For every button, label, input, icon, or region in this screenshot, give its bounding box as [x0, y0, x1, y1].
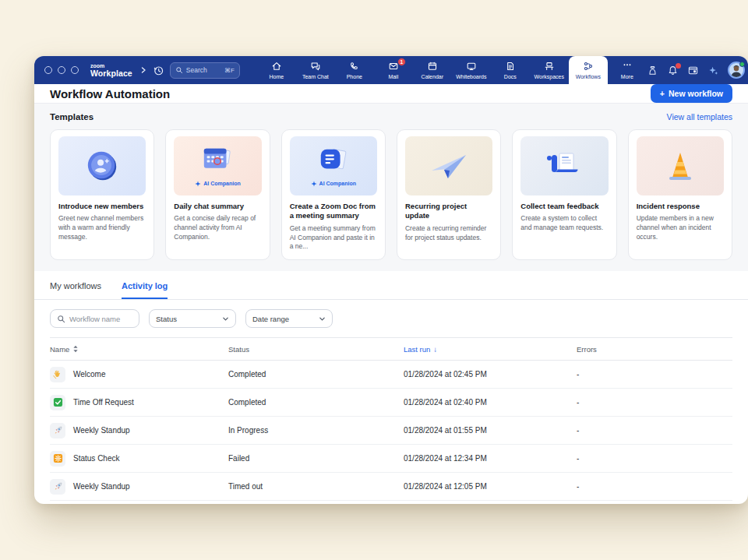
calendar-summary-icon	[197, 146, 238, 178]
burst-icon	[50, 451, 65, 467]
more-icon	[622, 61, 633, 72]
card-art	[637, 136, 724, 195]
template-cards: Introduce new members Greet new channel …	[50, 129, 732, 260]
page-header: Workflow Automation + New workflow	[34, 84, 748, 103]
page-title: Workflow Automation	[50, 87, 170, 100]
logo-workplace-text: Workplace	[90, 69, 132, 78]
contact-card-icon[interactable]	[687, 65, 699, 76]
sparkle-icon	[311, 181, 317, 187]
nav-item-calendar[interactable]: Calendar	[413, 56, 452, 84]
templates-section: Templates View all templates	[34, 103, 748, 271]
card-description: Create a recurring reminder for project …	[405, 224, 492, 243]
ai-companion-badge: AI Companion	[195, 181, 240, 187]
table-header: Name Status Last run ↓ Errors	[50, 337, 732, 361]
template-card-zoom-doc-from-summary[interactable]: AI Companion Create a Zoom Doc from a me…	[281, 129, 386, 260]
paper-plane-icon	[427, 149, 471, 183]
window-close-button[interactable]	[44, 66, 52, 74]
workflow-last-run: 01/28/2024 at 02:40 PM	[404, 398, 577, 407]
window-zoom-button[interactable]	[71, 66, 79, 74]
workflow-errors: -	[577, 426, 732, 435]
nav-item-team-chat[interactable]: Team Chat	[296, 56, 335, 84]
template-card-introduce-new-members[interactable]: Introduce new members Greet new channel …	[50, 129, 154, 260]
nav-item-mail[interactable]: 1 Mail	[374, 56, 413, 84]
tab-my-workflows[interactable]: My workflows	[50, 281, 101, 299]
card-art: AI Companion	[290, 136, 377, 195]
nav-item-more[interactable]: More	[608, 56, 647, 84]
workflow-name: Weekly Standup	[73, 482, 130, 491]
table-row[interactable]: Welcome Completed 01/28/2024 at 02:45 PM…	[50, 361, 732, 389]
titlebar: zoom Workplace Search ⌘F	[34, 56, 748, 84]
history-icon[interactable]	[153, 65, 164, 76]
card-title: Daily chat summary	[174, 202, 261, 211]
workflow-status: Completed	[228, 398, 404, 407]
workflow-errors: -	[577, 398, 732, 407]
card-art	[520, 136, 608, 195]
sparkle-icon	[195, 181, 201, 187]
table-row[interactable]: Weekly Standup In Progress 01/28/2024 at…	[50, 417, 732, 445]
card-description: Greet new channel members with a warm an…	[58, 214, 146, 242]
zoom-workplace-window: zoom Workplace Search ⌘F	[34, 56, 748, 504]
workflow-name-search-input[interactable]: Workflow name	[50, 309, 139, 328]
workflow-last-run: 01/28/2024 at 12:34 PM	[404, 454, 577, 463]
table-row-partial[interactable]	[50, 501, 732, 504]
team-chat-icon	[310, 61, 321, 72]
logo-zoom-text: zoom	[90, 63, 132, 69]
column-header-name[interactable]: Name	[50, 345, 228, 354]
nav-item-workflows[interactable]: Workflows	[569, 56, 608, 84]
card-title: Incident response	[637, 202, 724, 211]
zoom-workplace-logo: zoom Workplace	[90, 63, 132, 78]
table-row[interactable]: Time Off Request Completed 01/28/2024 at…	[50, 389, 732, 417]
workflow-errors: -	[577, 482, 732, 491]
wave-icon	[50, 367, 65, 382]
workspaces-icon	[544, 61, 555, 72]
template-card-daily-chat-summary[interactable]: AI Companion Daily chat summary Get a co…	[165, 129, 270, 260]
notifications-bell-icon[interactable]	[667, 65, 679, 76]
nav-item-whiteboards[interactable]: Whiteboards	[452, 56, 491, 84]
view-all-templates-link[interactable]: View all templates	[667, 112, 732, 122]
card-description: Get a concise daily recap of channel act…	[174, 214, 261, 242]
doc-summary-icon	[315, 146, 352, 178]
traffic-cone-icon	[662, 148, 699, 184]
card-description: Create a system to collect and manage te…	[520, 214, 608, 233]
user-avatar[interactable]	[728, 62, 745, 79]
new-workflow-button[interactable]: + New workflow	[651, 84, 732, 103]
template-card-recurring-project-update[interactable]: Recurring project update Create a recurr…	[397, 129, 501, 260]
member-badge-icon	[84, 148, 120, 184]
nav-item-home[interactable]: Home	[257, 56, 296, 84]
nav-item-workspaces[interactable]: Workspaces	[530, 56, 569, 84]
search-icon	[175, 66, 183, 74]
card-title: Collect team feedback	[520, 202, 608, 211]
workflow-status: In Progress	[228, 426, 404, 435]
home-icon	[271, 61, 282, 72]
workflow-name: Status Check	[73, 454, 119, 463]
workflow-last-run: 01/28/2024 at 02:45 PM	[404, 370, 577, 379]
check-icon	[50, 395, 65, 410]
workflow-name: Time Off Request	[73, 398, 134, 407]
window-minimize-button[interactable]	[58, 66, 65, 74]
workflow-errors: -	[577, 370, 732, 379]
card-art	[405, 136, 492, 195]
table-row[interactable]: Weekly Standup Timed out 01/28/2024 at 1…	[50, 473, 732, 501]
tab-activity-log[interactable]: Activity log	[122, 281, 168, 299]
docs-icon	[505, 61, 516, 72]
huddle-icon[interactable]	[647, 65, 658, 76]
nav-item-docs[interactable]: Docs	[491, 56, 530, 84]
workflows-icon	[583, 61, 594, 72]
template-card-collect-team-feedback[interactable]: Collect team feedback Create a system to…	[512, 129, 616, 260]
table-row[interactable]: Status Check Failed 01/28/2024 at 12:34 …	[50, 445, 732, 473]
workflow-status: Completed	[228, 370, 404, 379]
main-navigation: Home Team Chat Phone 1 Mail Calend	[257, 56, 647, 84]
feedback-scroll-icon	[544, 149, 584, 183]
search-placeholder: Search	[186, 66, 221, 74]
ai-companion-icon[interactable]	[707, 65, 719, 76]
status-filter-dropdown[interactable]: Status	[149, 309, 236, 328]
chevron-right-icon[interactable]	[139, 66, 147, 74]
template-card-incident-response[interactable]: Incident response Update members in a ne…	[628, 129, 732, 260]
card-description: Get a meeting summary from AI Companion …	[290, 224, 377, 252]
date-range-filter-dropdown[interactable]: Date range	[245, 309, 333, 328]
nav-item-phone[interactable]: Phone	[335, 56, 374, 84]
workflow-status: Timed out	[228, 482, 404, 491]
titlebar-right-icons	[647, 56, 745, 84]
column-header-last-run[interactable]: Last run ↓	[404, 345, 577, 354]
global-search-input[interactable]: Search ⌘F	[170, 62, 240, 79]
